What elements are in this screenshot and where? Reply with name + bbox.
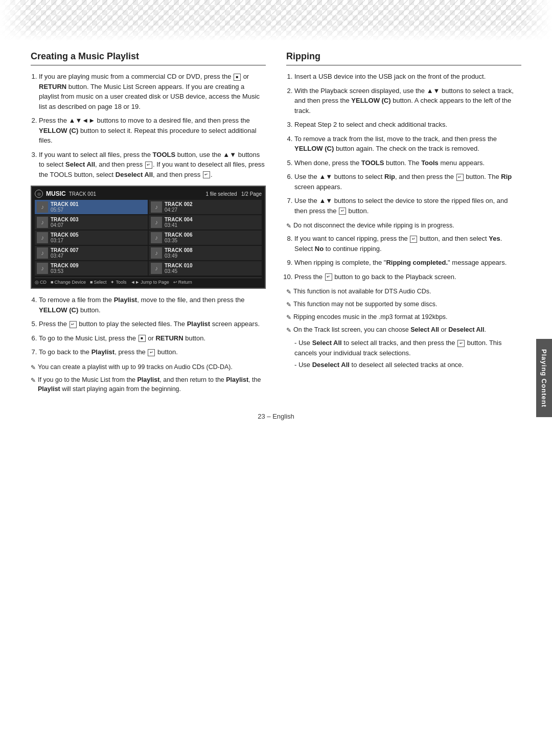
music-note-icon: ♪	[41, 265, 44, 272]
track-info: TRACK 003 04:07	[51, 217, 78, 228]
footer-jump-label: Jump to Page	[141, 280, 169, 285]
music-screen: ◎ MUSIC TRACK 001 1 file selected 1/2 Pa…	[31, 186, 266, 289]
footer-tools-label: Tools	[116, 280, 126, 285]
track-item-005[interactable]: ♪ TRACK 005 03:17	[35, 231, 148, 245]
sub-notes-list: Use Select All to select all tracks, and…	[294, 338, 521, 370]
pencil-note-icon: ✎	[286, 326, 291, 335]
two-column-layout: Creating a Music Playlist If you are pla…	[31, 51, 521, 397]
track-thumb: ♪	[151, 263, 162, 274]
right-steps-continued: If you want to cancel ripping, press the…	[294, 234, 521, 282]
sub-list-item: Use Deselect All to deselect all selecte…	[294, 360, 521, 370]
track-time: 03:41	[165, 222, 192, 228]
page-number: 23 – English	[31, 413, 521, 420]
note-text: If you go to the Music List from the Pla…	[38, 375, 266, 395]
right-column: Ripping Insert a USB device into the USB…	[286, 51, 521, 397]
track-name: TRACK 009	[51, 263, 78, 268]
enter-btn-icon: ↵	[339, 208, 346, 215]
track-name: TRACK 003	[51, 217, 78, 222]
music-note-icon: ♪	[41, 219, 44, 226]
music-note-icon: ♪	[41, 249, 44, 257]
list-item: With the Playback screen displayed, use …	[294, 86, 521, 116]
list-item: Use the ▲▼ buttons to select Rip, and th…	[294, 172, 521, 192]
page-num-text: 23	[258, 413, 265, 420]
cd-icon: ◎	[35, 280, 39, 285]
music-screen-footer: ◎ CD ■ Change Device ■ Select ✦ Tools	[35, 278, 262, 285]
sidebar-tab-label: Playing Content	[540, 349, 548, 407]
track-item-002[interactable]: ♪ TRACK 002 04:27	[149, 200, 262, 214]
track-name: TRACK 007	[51, 247, 78, 253]
music-note-icon: ♪	[155, 249, 158, 257]
pencil-note-icon: ✎	[286, 300, 291, 309]
list-item: Repeat Step 2 to select and check additi…	[294, 120, 521, 130]
track-item-010[interactable]: ♪ TRACK 010 03:45	[149, 261, 262, 276]
note-text: Do not disconnect the device while rippi…	[293, 221, 521, 231]
list-item: If you want to select all files, press t…	[39, 150, 266, 180]
note-item: ✎ Ripping encodes music in the .mp3 form…	[286, 312, 521, 322]
music-note-icon: ♪	[155, 203, 158, 211]
track-time: 03:45	[165, 268, 192, 274]
left-steps-list: If you are playing music from a commerci…	[39, 72, 266, 179]
track-name: TRACK 001	[51, 201, 78, 207]
track-info: TRACK 005 03:17	[51, 232, 78, 243]
list-item: Press the ▲▼◄► buttons to move to a desi…	[39, 116, 266, 146]
list-item: To go back to the Playlist, press the ↵ …	[39, 347, 266, 357]
stop-btn-icon: ■	[139, 335, 146, 342]
music-note-icon: ♪	[155, 265, 158, 272]
footer-return-label: Return	[178, 280, 192, 285]
right-section-title: Ripping	[286, 51, 521, 65]
enter-btn-icon-2: ↵	[148, 349, 155, 356]
top-decorative-pattern	[0, 0, 552, 41]
list-item: To remove a track from the list, move to…	[294, 134, 521, 154]
track-item-006[interactable]: ♪ TRACK 006 03:35	[149, 231, 262, 245]
track-time: 04:07	[51, 222, 78, 228]
track-thumb: ♪	[151, 217, 162, 228]
sub-list-item: Use Select All to select all tracks, and…	[294, 338, 521, 358]
pencil-note-icon: ✎	[286, 313, 291, 322]
stop-button-icon: ■	[234, 74, 241, 81]
list-item: When done, press the TOOLS button. The T…	[294, 158, 521, 168]
track-time: 05:57	[51, 207, 78, 213]
file-selected-info: 1 file selected 1/2 Page	[205, 191, 262, 197]
list-item: Press the ↵ button to go back to the Pla…	[294, 272, 521, 282]
enter-btn-icon: ↵	[456, 174, 464, 181]
track-item-009[interactable]: ♪ TRACK 009 03:53	[35, 261, 148, 276]
note-item: ✎ If you go to the Music List from the P…	[31, 375, 266, 395]
track-header-label: TRACK 001	[69, 191, 96, 197]
track-thumb: ♪	[37, 247, 48, 259]
track-name: TRACK 010	[165, 263, 192, 268]
note-item: ✎ This function may not be supported by …	[286, 300, 521, 309]
right-steps-list: Insert a USB device into the USB jack on…	[294, 72, 521, 216]
track-item-001[interactable]: ♪ TRACK 001 05:57	[35, 200, 148, 214]
track-thumb: ♪	[151, 247, 162, 259]
track-info: TRACK 002 04:27	[165, 201, 192, 213]
track-item-007[interactable]: ♪ TRACK 007 03:47	[35, 246, 148, 260]
footer-jump: ◄► Jump to Page	[130, 280, 169, 285]
footer-cd-label: CD	[40, 280, 47, 285]
footer-change-device-label: Change Device	[54, 280, 86, 285]
track-name: TRACK 002	[165, 201, 192, 207]
note-item: ✎ This function is not available for DTS…	[286, 287, 521, 296]
track-item-003[interactable]: ♪ TRACK 003 04:07	[35, 215, 148, 230]
pencil-note-icon: ✎	[31, 363, 36, 372]
footer-select-label: Select	[94, 280, 106, 285]
track-info: TRACK 006 03:35	[165, 232, 192, 243]
list-item: To go to the Music List, press the ■ or …	[39, 333, 266, 343]
track-thumb: ♪	[37, 263, 48, 274]
track-info: TRACK 008 03:49	[165, 247, 192, 259]
track-thumb: ♪	[37, 201, 48, 213]
track-thumb: ♪	[37, 217, 48, 228]
sidebar-tab: Playing Content	[536, 339, 552, 418]
note-item: ✎ You can create a playlist with up to 9…	[31, 362, 266, 372]
enter-button-icon-2: ↵	[203, 171, 210, 178]
list-item: If you want to cancel ripping, press the…	[294, 234, 521, 254]
track-item-004[interactable]: ♪ TRACK 004 03:41	[149, 215, 262, 230]
return-icon: ↩	[173, 280, 177, 285]
enter-button-icon: ↵	[145, 162, 152, 169]
track-time: 03:49	[165, 253, 192, 259]
page-suffix: – English	[267, 413, 294, 420]
track-info: TRACK 007 03:47	[51, 247, 78, 259]
track-item-008[interactable]: ♪ TRACK 008 03:49	[149, 246, 262, 260]
footer-select: ■ Select	[90, 280, 106, 285]
music-title-bar: ◎ MUSIC TRACK 001	[35, 190, 96, 198]
footer-change-device: ■ Change Device	[51, 280, 86, 285]
